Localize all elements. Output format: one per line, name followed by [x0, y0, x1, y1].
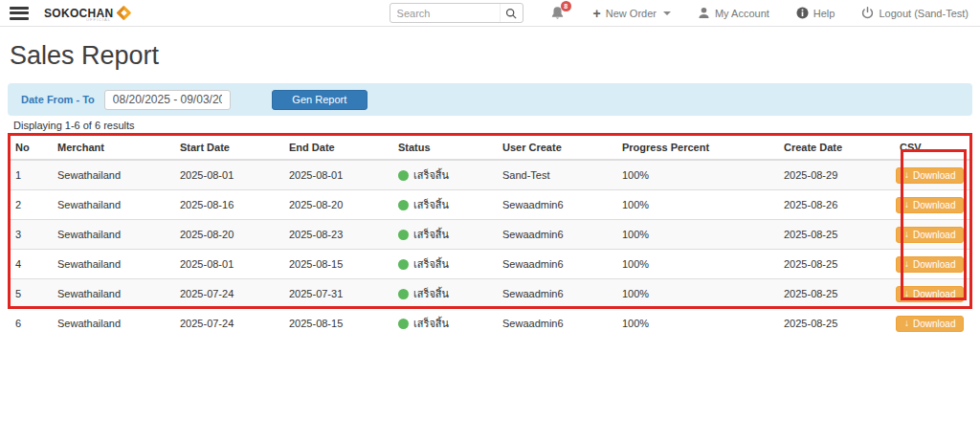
cell-merchant: Sewathailand	[50, 309, 172, 339]
download-button[interactable]: ↓Download	[896, 167, 964, 184]
table-row: 3 Sewathailand 2025-08-20 2025-08-23 เสร…	[8, 220, 972, 250]
download-button[interactable]: ↓Download	[896, 197, 964, 213]
cell-status: เสร็จสิ้น	[390, 190, 495, 220]
search-box	[390, 3, 523, 23]
status-label: เสร็จสิ้น	[413, 169, 449, 181]
cell-csv: ↓Download	[892, 279, 972, 309]
status-dot-icon	[398, 230, 409, 240]
cell-status: เสร็จสิ้น	[390, 220, 495, 250]
download-button[interactable]: ↓Download	[896, 286, 964, 302]
cell-start-date: 2025-08-16	[172, 190, 281, 220]
status-dot-icon	[398, 319, 409, 329]
my-account-menu[interactable]: My Account	[698, 7, 769, 19]
info-icon	[796, 7, 809, 19]
download-label: Download	[913, 200, 955, 210]
cell-end-date: 2025-08-15	[281, 309, 390, 339]
column-header: Merchant	[50, 136, 172, 160]
cell-create-date: 2025-08-29	[776, 160, 892, 190]
filter-bar: Date From - To Gen Report	[8, 83, 972, 116]
status-dot-icon	[398, 170, 409, 181]
download-label: Download	[913, 319, 955, 329]
diamond-logo-icon	[116, 5, 132, 21]
my-account-label: My Account	[715, 8, 769, 19]
table-row: 4 Sewathailand 2025-08-01 2025-08-15 เสร…	[8, 250, 972, 279]
cell-user-create: Sand-Test	[495, 160, 614, 190]
new-order-label: New Order	[606, 8, 657, 19]
hamburger-menu-icon[interactable]	[10, 7, 29, 20]
cell-user-create: Sewaadmin6	[495, 190, 614, 220]
status-label: เสร็จสิ้น	[413, 229, 449, 240]
status-dot-icon	[398, 200, 409, 210]
cell-no: 2	[8, 190, 50, 220]
table-row: 5 Sewathailand 2025-07-24 2025-07-31 เสร…	[8, 279, 972, 309]
cell-user-create: Sewaadmin6	[495, 220, 614, 250]
download-button[interactable]: ↓Download	[896, 256, 964, 273]
new-order-menu[interactable]: + New Order	[593, 7, 671, 20]
cell-status: เสร็จสิ้น	[390, 160, 495, 190]
cell-progress-percent: 100%	[614, 160, 776, 190]
download-arrow-icon: ↓	[904, 170, 909, 180]
download-arrow-icon: ↓	[904, 200, 909, 209]
cell-no: 4	[8, 250, 50, 279]
cell-no: 3	[8, 220, 50, 250]
notifications-button[interactable]: 8	[550, 6, 565, 21]
status-label: เสร็จสิ้น	[413, 199, 449, 210]
column-header: Status	[390, 136, 495, 160]
cell-user-create: Sewaadmin6	[495, 279, 614, 309]
logout-button[interactable]: Logout (Sand-Test)	[861, 7, 969, 19]
plus-icon: +	[593, 7, 601, 20]
cell-progress-percent: 100%	[614, 309, 776, 339]
column-header: Progress Percent	[614, 136, 776, 160]
cell-no: 5	[8, 279, 50, 309]
cell-merchant: Sewathailand	[50, 160, 172, 190]
download-label: Download	[913, 259, 955, 270]
gen-report-button[interactable]: Gen Report	[272, 90, 368, 110]
download-arrow-icon: ↓	[904, 289, 909, 298]
table-row: 2 Sewathailand 2025-08-16 2025-08-20 เสร…	[8, 190, 972, 220]
download-button[interactable]: ↓Download	[896, 227, 964, 243]
cell-status: เสร็จสิ้น	[390, 279, 495, 309]
cell-merchant: Sewathailand	[50, 279, 172, 309]
cell-end-date: 2025-08-15	[281, 250, 390, 279]
topbar: SOKOCHAN OFFICIAL 8 + New Order	[0, 0, 980, 27]
download-label: Download	[913, 289, 955, 299]
search-icon[interactable]	[500, 4, 523, 22]
download-arrow-icon: ↓	[904, 259, 909, 269]
search-input[interactable]	[390, 8, 500, 19]
user-icon	[698, 7, 710, 19]
cell-csv: ↓Download	[892, 309, 972, 339]
results-summary: Displaying 1-6 of 6 results	[13, 120, 980, 131]
cell-progress-percent: 100%	[614, 279, 776, 309]
chevron-down-icon	[663, 11, 671, 15]
cell-progress-percent: 100%	[614, 190, 776, 220]
sales-report-table: NoMerchantStart DateEnd DateStatusUser C…	[8, 136, 972, 338]
download-button[interactable]: ↓Download	[896, 316, 964, 332]
download-label: Download	[913, 230, 955, 240]
cell-create-date: 2025-08-25	[776, 220, 892, 250]
cell-merchant: Sewathailand	[50, 220, 172, 250]
page-title: Sales Report	[10, 41, 980, 71]
status-label: เสร็จสิ้น	[413, 258, 449, 270]
date-range-label: Date From - To	[21, 94, 95, 105]
help-label: Help	[813, 8, 835, 19]
help-menu[interactable]: Help	[796, 7, 835, 19]
brand-logo[interactable]: SOKOCHAN OFFICIAL	[44, 5, 132, 21]
cell-user-create: Sewaadmin6	[495, 250, 614, 279]
notification-count-badge: 8	[561, 1, 571, 11]
column-header: Start Date	[172, 136, 281, 160]
status-dot-icon	[398, 289, 409, 299]
download-arrow-icon: ↓	[904, 319, 909, 328]
cell-no: 6	[8, 309, 50, 339]
cell-start-date: 2025-07-24	[172, 279, 281, 309]
cell-create-date: 2025-08-25	[776, 279, 892, 309]
cell-csv: ↓Download	[892, 220, 972, 250]
date-range-input[interactable]	[104, 90, 231, 110]
cell-start-date: 2025-08-01	[172, 160, 281, 190]
cell-start-date: 2025-08-01	[172, 250, 281, 279]
cell-merchant: Sewathailand	[50, 190, 172, 220]
cell-create-date: 2025-08-25	[776, 250, 892, 279]
status-label: เสร็จสิ้น	[413, 318, 449, 329]
power-icon	[861, 7, 874, 19]
cell-end-date: 2025-08-01	[281, 160, 390, 190]
cell-end-date: 2025-07-31	[281, 279, 390, 309]
